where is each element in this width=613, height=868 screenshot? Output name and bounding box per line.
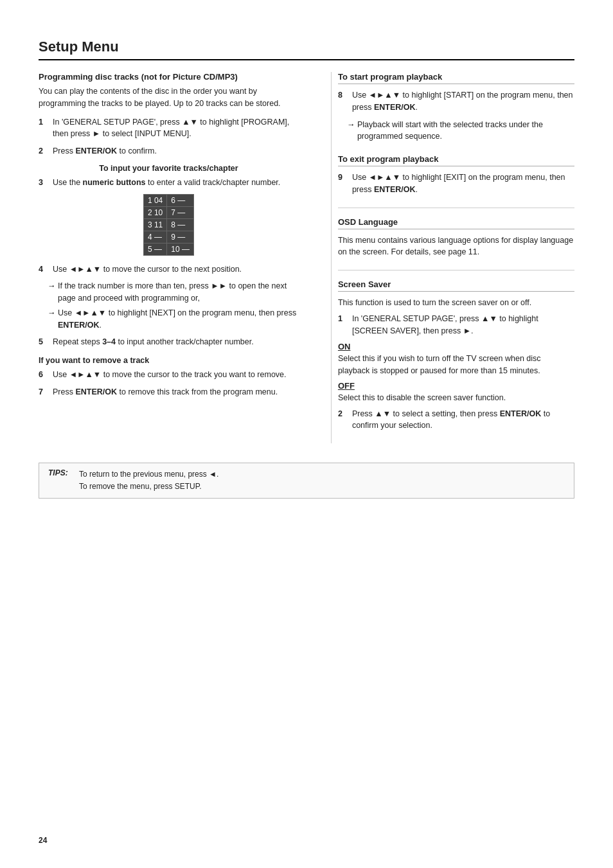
on-text: Select this if you wish to turn off the … — [338, 353, 574, 377]
exit-playback-title: To exit program playback — [338, 154, 574, 166]
step-1: 1 In 'GENERAL SETUP PAGE', press ▲▼ to h… — [39, 116, 299, 141]
osd-language-text: This menu contains various language opti… — [338, 235, 574, 259]
arrow-icon-3: → — [347, 119, 355, 143]
two-column-layout: Programming disc tracks (not for Picture… — [39, 72, 574, 443]
input-tracks-heading: To input your favorite tracks/chapter — [39, 164, 299, 173]
arrow-icon-2: → — [48, 307, 55, 332]
step-8-text: Use ◄►▲▼ to highlight [START] on the pro… — [352, 89, 574, 114]
step-2: 2 Press ENTER/OK to confirm. — [39, 145, 299, 157]
screen-saver-section: Screen Saver This function is used to tu… — [338, 279, 574, 432]
step-7: 7 Press ENTER/OK to remove this track fr… — [39, 386, 299, 398]
right-column: To start program playback 8 Use ◄►▲▼ to … — [331, 72, 574, 443]
track-cell-4-1: 4 — — [143, 231, 166, 243]
step-3: 3 Use the numeric buttons to enter a val… — [39, 177, 299, 189]
step-9-text: Use ◄►▲▼ to highlight [EXIT] on the prog… — [352, 172, 574, 196]
step-2-num: 2 — [39, 145, 48, 157]
divider-2 — [338, 270, 574, 270]
step-9-num: 9 — [338, 172, 347, 196]
step-1-num: 1 — [39, 116, 48, 141]
screen-saver-step-2-num: 2 — [338, 408, 347, 432]
step-9: 9 Use ◄►▲▼ to highlight [EXIT] on the pr… — [338, 172, 574, 196]
step-8-arrow-text: Playback will start with the selected tr… — [357, 119, 574, 143]
tips-box: TIPS: To return to the previous menu, pr… — [39, 463, 574, 499]
step-4-arrow-1-text: If the track number is more than ten, pr… — [58, 280, 299, 305]
tips-line-1: To return to the previous menu, press ◄. — [79, 470, 218, 479]
track-cell-2-1: 2 10 — [143, 206, 166, 218]
track-cell-1-1: 1 04 — [143, 194, 166, 206]
screen-saver-step-1-text: In 'GENERAL SETUP PAGE', press ▲▼ to hig… — [352, 313, 574, 337]
programming-section-title: Programming disc tracks (not for Picture… — [39, 72, 299, 82]
off-label: OFF — [338, 381, 574, 391]
track-cell-3-1: 3 11 — [143, 218, 166, 231]
step-7-num: 7 — [39, 386, 48, 398]
divider-1 — [338, 208, 574, 208]
start-playback-title: To start program playback — [338, 72, 574, 84]
remove-track-heading: If you want to remove a track — [39, 356, 299, 365]
tips-label: TIPS: — [48, 468, 71, 477]
step-6-num: 6 — [39, 369, 48, 381]
on-label: ON — [338, 342, 574, 351]
tips-text: To return to the previous menu, press ◄.… — [79, 468, 218, 493]
osd-language-title: OSD Language — [338, 217, 574, 229]
track-cell-3-2: 8 — — [167, 218, 194, 231]
step-8: 8 Use ◄►▲▼ to highlight [START] on the p… — [338, 89, 574, 114]
track-cell-4-2: 9 — — [167, 231, 194, 243]
track-cell-2-2: 7 — — [167, 206, 194, 218]
step-4-arrow-1: → If the track number is more than ten, … — [48, 280, 299, 305]
step-8-arrow: → Playback will start with the selected … — [347, 119, 574, 143]
step-1-text: In 'GENERAL SETUP PAGE', press ▲▼ to hig… — [53, 116, 299, 141]
off-text: Select this to disable the screen saver … — [338, 392, 574, 404]
step-6-text: Use ◄►▲▼ to move the cursor to the track… — [53, 369, 299, 381]
programming-section: Programming disc tracks (not for Picture… — [39, 72, 299, 398]
page: Setup Menu Programming disc tracks (not … — [0, 0, 613, 868]
step-2-text: Press ENTER/OK to confirm. — [53, 145, 299, 157]
page-number: 24 — [39, 836, 47, 845]
exit-playback-section: To exit program playback 9 Use ◄►▲▼ to h… — [338, 154, 574, 196]
track-cell-1-2: 6 — — [167, 194, 194, 206]
step-4-text: Use ◄►▲▼ to move the cursor to the next … — [53, 263, 299, 276]
start-playback-section: To start program playback 8 Use ◄►▲▼ to … — [338, 72, 574, 143]
step-7-text: Press ENTER/OK to remove this track from… — [53, 386, 299, 398]
step-5: 5 Repeat steps 3–4 to input another trac… — [39, 336, 299, 348]
screen-saver-step-1-num: 1 — [338, 313, 347, 337]
left-column: Programming disc tracks (not for Picture… — [39, 72, 312, 443]
programming-intro: You can play the contents of the disc in… — [39, 85, 299, 110]
arrow-icon-1: → — [48, 280, 55, 305]
step-3-text: Use the numeric buttons to enter a valid… — [53, 177, 299, 189]
step-8-num: 8 — [338, 89, 347, 114]
screen-saver-step-2-text: Press ▲▼ to select a setting, then press… — [352, 408, 574, 432]
track-table: 1 04 6 — 2 10 7 — 3 11 8 — 4 — 9 — — [143, 194, 194, 256]
screen-saver-step-2: 2 Press ▲▼ to select a setting, then pre… — [338, 408, 574, 432]
track-cell-5-1: 5 — — [143, 243, 166, 255]
osd-language-section: OSD Language This menu contains various … — [338, 217, 574, 259]
step-3-num: 3 — [39, 177, 48, 189]
page-title: Setup Menu — [39, 39, 574, 60]
step-4-num: 4 — [39, 263, 48, 276]
step-5-text: Repeat steps 3–4 to input another track/… — [53, 336, 299, 348]
screen-saver-title: Screen Saver — [338, 279, 574, 292]
screen-saver-intro: This function is used to turn the screen… — [338, 297, 574, 309]
step-4-arrow-2: → Use ◄►▲▼ to highlight [NEXT] on the pr… — [48, 307, 299, 332]
step-5-num: 5 — [39, 336, 48, 348]
tips-line-2: To remove the menu, press SETUP. — [79, 482, 202, 491]
step-4: 4 Use ◄►▲▼ to move the cursor to the nex… — [39, 263, 299, 276]
step-4-arrow-2-text: Use ◄►▲▼ to highlight [NEXT] on the prog… — [58, 307, 299, 332]
track-cell-5-2: 10 — — [167, 243, 194, 255]
step-6: 6 Use ◄►▲▼ to move the cursor to the tra… — [39, 369, 299, 381]
screen-saver-step-1: 1 In 'GENERAL SETUP PAGE', press ▲▼ to h… — [338, 313, 574, 337]
